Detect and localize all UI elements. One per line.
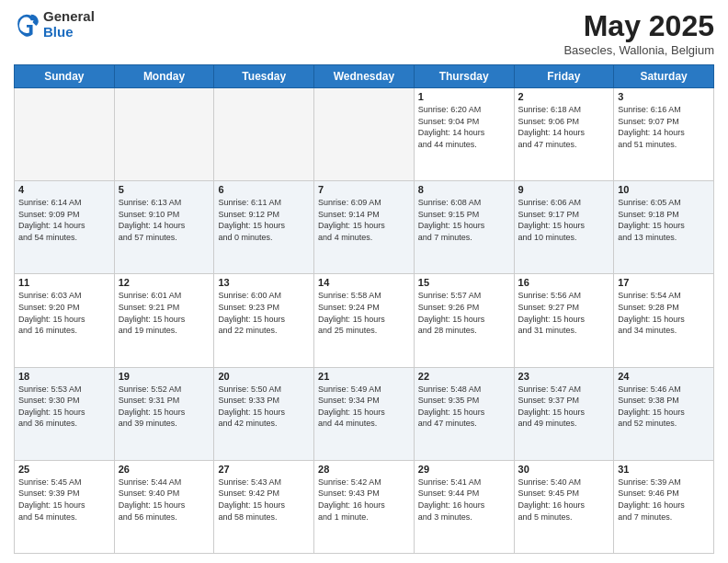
day-info: Sunrise: 6:09 AMSunset: 9:14 PMDaylight:…: [318, 197, 410, 243]
day-number: 2: [518, 91, 610, 102]
day-info: Sunrise: 5:43 AMSunset: 9:42 PMDaylight:…: [218, 477, 310, 523]
day-cell-3-5: 23Sunrise: 5:47 AMSunset: 9:37 PMDayligh…: [514, 367, 614, 460]
day-number: 3: [618, 91, 710, 102]
day-cell-1-3: 7Sunrise: 6:09 AMSunset: 9:14 PMDaylight…: [314, 181, 415, 274]
day-cell-0-1: [114, 88, 214, 181]
day-number: 8: [418, 184, 510, 195]
day-number: 11: [18, 277, 110, 288]
day-info: Sunrise: 5:50 AMSunset: 9:33 PMDaylight:…: [218, 384, 310, 430]
day-cell-1-0: 4Sunrise: 6:14 AMSunset: 9:09 PMDaylight…: [15, 181, 115, 274]
logo-blue-text: Blue: [43, 25, 95, 40]
day-info: Sunrise: 6:08 AMSunset: 9:15 PMDaylight:…: [418, 197, 510, 243]
day-number: 29: [418, 464, 510, 475]
day-number: 13: [218, 277, 310, 288]
day-number: 18: [18, 371, 110, 382]
day-cell-0-0: [15, 88, 115, 181]
week-row-1: 1Sunrise: 6:20 AMSunset: 9:04 PMDaylight…: [15, 88, 714, 181]
day-info: Sunrise: 6:03 AMSunset: 9:20 PMDaylight:…: [18, 290, 110, 336]
col-saturday: Saturday: [614, 65, 714, 88]
day-cell-4-3: 28Sunrise: 5:42 AMSunset: 9:43 PMDayligh…: [314, 460, 415, 553]
col-friday: Friday: [514, 65, 614, 88]
day-info: Sunrise: 5:53 AMSunset: 9:30 PMDaylight:…: [18, 384, 110, 430]
day-number: 22: [418, 371, 510, 382]
day-number: 5: [119, 184, 210, 195]
week-row-3: 11Sunrise: 6:03 AMSunset: 9:20 PMDayligh…: [15, 274, 714, 367]
day-info: Sunrise: 5:40 AMSunset: 9:45 PMDaylight:…: [518, 477, 610, 523]
day-cell-0-4: 1Sunrise: 6:20 AMSunset: 9:04 PMDaylight…: [414, 88, 514, 181]
day-number: 25: [18, 464, 110, 475]
day-info: Sunrise: 6:14 AMSunset: 9:09 PMDaylight:…: [18, 197, 110, 243]
logo-icon: [14, 12, 40, 38]
day-cell-0-2: [214, 88, 314, 181]
col-tuesday: Tuesday: [214, 65, 314, 88]
calendar-page: General Blue May 2025 Basecles, Wallonia…: [0, 0, 728, 563]
day-number: 24: [618, 371, 710, 382]
day-info: Sunrise: 5:39 AMSunset: 9:46 PMDaylight:…: [618, 477, 710, 523]
day-info: Sunrise: 5:48 AMSunset: 9:35 PMDaylight:…: [418, 384, 510, 430]
day-cell-3-2: 20Sunrise: 5:50 AMSunset: 9:33 PMDayligh…: [214, 367, 314, 460]
logo: General Blue: [14, 9, 95, 40]
day-number: 27: [218, 464, 310, 475]
day-cell-2-5: 16Sunrise: 5:56 AMSunset: 9:27 PMDayligh…: [514, 274, 614, 367]
day-cell-4-4: 29Sunrise: 5:41 AMSunset: 9:44 PMDayligh…: [414, 460, 514, 553]
day-cell-4-5: 30Sunrise: 5:40 AMSunset: 9:45 PMDayligh…: [514, 460, 614, 553]
day-info: Sunrise: 6:18 AMSunset: 9:06 PMDaylight:…: [518, 104, 610, 150]
col-thursday: Thursday: [414, 65, 514, 88]
day-number: 4: [18, 184, 110, 195]
day-cell-4-0: 25Sunrise: 5:45 AMSunset: 9:39 PMDayligh…: [15, 460, 115, 553]
day-info: Sunrise: 5:46 AMSunset: 9:38 PMDaylight:…: [618, 384, 710, 430]
day-cell-3-1: 19Sunrise: 5:52 AMSunset: 9:31 PMDayligh…: [114, 367, 214, 460]
day-info: Sunrise: 5:56 AMSunset: 9:27 PMDaylight:…: [518, 290, 610, 336]
day-info: Sunrise: 5:58 AMSunset: 9:24 PMDaylight:…: [318, 290, 410, 336]
day-cell-0-5: 2Sunrise: 6:18 AMSunset: 9:06 PMDaylight…: [514, 88, 614, 181]
logo-text-block: General Blue: [43, 9, 95, 40]
day-number: 26: [119, 464, 210, 475]
day-cell-2-3: 14Sunrise: 5:58 AMSunset: 9:24 PMDayligh…: [314, 274, 415, 367]
calendar-header-row: Sunday Monday Tuesday Wednesday Thursday…: [15, 65, 714, 88]
day-info: Sunrise: 5:49 AMSunset: 9:34 PMDaylight:…: [318, 384, 410, 430]
day-cell-2-0: 11Sunrise: 6:03 AMSunset: 9:20 PMDayligh…: [15, 274, 115, 367]
day-info: Sunrise: 5:57 AMSunset: 9:26 PMDaylight:…: [418, 290, 510, 336]
day-cell-3-4: 22Sunrise: 5:48 AMSunset: 9:35 PMDayligh…: [414, 367, 514, 460]
day-cell-1-4: 8Sunrise: 6:08 AMSunset: 9:15 PMDaylight…: [414, 181, 514, 274]
day-cell-1-2: 6Sunrise: 6:11 AMSunset: 9:12 PMDaylight…: [214, 181, 314, 274]
day-info: Sunrise: 5:41 AMSunset: 9:44 PMDaylight:…: [418, 477, 510, 523]
day-cell-4-2: 27Sunrise: 5:43 AMSunset: 9:42 PMDayligh…: [214, 460, 314, 553]
day-number: 6: [218, 184, 310, 195]
day-cell-3-6: 24Sunrise: 5:46 AMSunset: 9:38 PMDayligh…: [614, 367, 714, 460]
day-number: 30: [518, 464, 610, 475]
day-info: Sunrise: 5:42 AMSunset: 9:43 PMDaylight:…: [318, 477, 410, 523]
day-info: Sunrise: 5:54 AMSunset: 9:28 PMDaylight:…: [618, 290, 710, 336]
day-info: Sunrise: 5:52 AMSunset: 9:31 PMDaylight:…: [119, 384, 210, 430]
col-wednesday: Wednesday: [314, 65, 415, 88]
day-number: 16: [518, 277, 610, 288]
page-header: General Blue May 2025 Basecles, Wallonia…: [14, 9, 714, 57]
day-number: 31: [618, 464, 710, 475]
day-cell-2-4: 15Sunrise: 5:57 AMSunset: 9:26 PMDayligh…: [414, 274, 514, 367]
day-cell-1-5: 9Sunrise: 6:06 AMSunset: 9:17 PMDaylight…: [514, 181, 614, 274]
col-monday: Monday: [114, 65, 214, 88]
day-number: 20: [218, 371, 310, 382]
day-info: Sunrise: 6:00 AMSunset: 9:23 PMDaylight:…: [218, 290, 310, 336]
day-cell-3-3: 21Sunrise: 5:49 AMSunset: 9:34 PMDayligh…: [314, 367, 415, 460]
col-sunday: Sunday: [15, 65, 115, 88]
day-number: 28: [318, 464, 410, 475]
day-number: 1: [418, 91, 510, 102]
week-row-4: 18Sunrise: 5:53 AMSunset: 9:30 PMDayligh…: [15, 367, 714, 460]
calendar-table: Sunday Monday Tuesday Wednesday Thursday…: [14, 64, 714, 554]
day-info: Sunrise: 6:11 AMSunset: 9:12 PMDaylight:…: [218, 197, 310, 243]
day-info: Sunrise: 6:05 AMSunset: 9:18 PMDaylight:…: [618, 197, 710, 243]
day-cell-4-1: 26Sunrise: 5:44 AMSunset: 9:40 PMDayligh…: [114, 460, 214, 553]
day-info: Sunrise: 5:44 AMSunset: 9:40 PMDaylight:…: [119, 477, 210, 523]
day-info: Sunrise: 5:47 AMSunset: 9:37 PMDaylight:…: [518, 384, 610, 430]
day-info: Sunrise: 6:01 AMSunset: 9:21 PMDaylight:…: [119, 290, 210, 336]
month-title: May 2025: [563, 9, 714, 43]
day-cell-2-6: 17Sunrise: 5:54 AMSunset: 9:28 PMDayligh…: [614, 274, 714, 367]
day-cell-1-6: 10Sunrise: 6:05 AMSunset: 9:18 PMDayligh…: [614, 181, 714, 274]
day-number: 21: [318, 371, 410, 382]
day-number: 14: [318, 277, 410, 288]
week-row-5: 25Sunrise: 5:45 AMSunset: 9:39 PMDayligh…: [15, 460, 714, 553]
day-cell-0-3: [314, 88, 415, 181]
location-text: Basecles, Wallonia, Belgium: [563, 43, 714, 57]
day-info: Sunrise: 5:45 AMSunset: 9:39 PMDaylight:…: [18, 477, 110, 523]
